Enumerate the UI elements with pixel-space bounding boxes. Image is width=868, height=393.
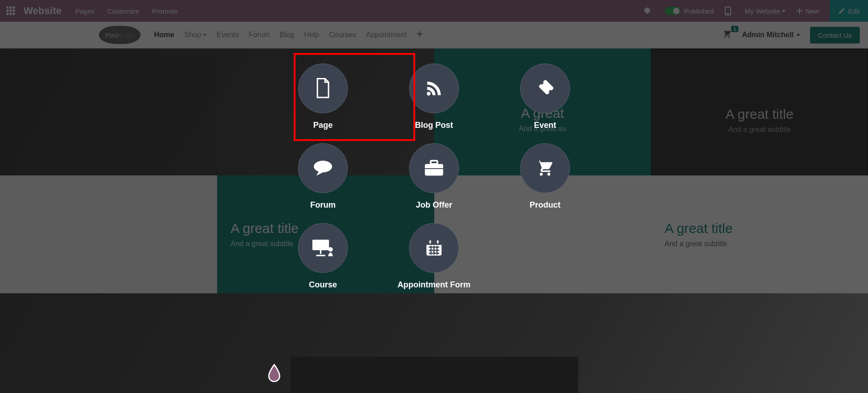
bottom-image-strip (290, 357, 578, 393)
presentation-icon (312, 239, 335, 257)
cart-icon (535, 159, 555, 177)
file-icon (315, 78, 332, 99)
new-job-offer-option[interactable]: Job Offer (378, 143, 490, 223)
chooser-label: Course (309, 280, 337, 290)
chat-icon (313, 160, 333, 177)
svg-point-15 (427, 92, 431, 96)
rss-icon (425, 79, 443, 97)
new-event-option[interactable]: Event (490, 63, 601, 143)
chooser-label: Product (529, 200, 560, 210)
chooser-label: Event (534, 121, 556, 130)
svg-point-23 (328, 247, 333, 252)
ticket-icon (535, 78, 555, 98)
svg-point-16 (314, 161, 332, 173)
new-blog-post-option[interactable]: Blog Post (378, 63, 490, 143)
chooser-label: Page (313, 121, 333, 130)
new-course-option[interactable]: Course (267, 223, 378, 303)
new-forum-option[interactable]: Forum (267, 143, 378, 223)
briefcase-icon (424, 160, 444, 177)
svg-rect-17 (425, 164, 443, 176)
svg-rect-18 (431, 161, 437, 164)
new-page-option[interactable]: Page (267, 63, 378, 143)
chooser-label: Job Offer (416, 200, 452, 210)
chooser-label: Appointment Form (398, 280, 470, 290)
odoo-droplet-icon (267, 364, 282, 384)
svg-rect-20 (312, 240, 329, 250)
new-appointment-form-option[interactable]: Appointment Form (378, 223, 490, 303)
new-content-chooser: Page Blog Post Event Forum Job Offer Pro… (267, 63, 601, 303)
svg-rect-25 (427, 242, 441, 245)
chooser-label: Forum (310, 200, 336, 210)
calendar-icon (425, 239, 443, 257)
chooser-label: Blog Post (415, 121, 453, 130)
new-product-option[interactable]: Product (490, 143, 601, 223)
svg-rect-19 (425, 168, 443, 169)
